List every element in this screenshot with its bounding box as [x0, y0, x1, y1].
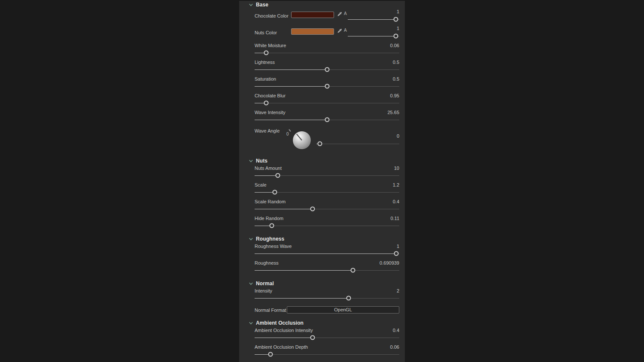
slider-handle[interactable] — [264, 51, 268, 55]
slider-handle[interactable] — [325, 84, 329, 89]
saturation-slider[interactable] — [255, 84, 399, 89]
hide-random-slider[interactable] — [255, 223, 399, 228]
ao-intensity-slider[interactable] — [255, 335, 399, 340]
slider-handle[interactable] — [268, 352, 273, 357]
scale-slider[interactable] — [255, 190, 399, 195]
slider-fill — [255, 120, 327, 120]
color-swatch[interactable] — [291, 28, 334, 35]
slider-handle[interactable] — [351, 268, 355, 273]
param-value: 2 — [397, 288, 399, 293]
slider-handle[interactable] — [325, 118, 329, 122]
chocolate-blur-slider[interactable] — [255, 101, 399, 106]
param-value: 0.4 — [393, 328, 399, 333]
param-label: Lightness — [255, 60, 275, 65]
eyedropper-icon[interactable] — [337, 12, 342, 17]
param-label: Nuts Amount — [255, 166, 282, 171]
chevron-down-icon[interactable] — [249, 3, 253, 7]
nuts-amount-slider[interactable] — [255, 173, 399, 178]
slider-handle[interactable] — [317, 142, 322, 146]
param-value: 0.06 — [390, 344, 399, 350]
slider-track — [316, 144, 399, 144]
slider-handle[interactable] — [264, 101, 268, 106]
roughness-slider[interactable] — [255, 268, 399, 273]
section-header-base[interactable]: Base — [239, 1, 405, 9]
param-value: 1 — [397, 9, 399, 14]
param-label: Chocolate Blur — [255, 93, 286, 98]
intensity-slider[interactable] — [255, 296, 399, 301]
slider-handle[interactable] — [275, 173, 280, 178]
section-header-ambient-occlusion[interactable]: Ambient Occlusion — [239, 319, 405, 327]
wave-angle-slider[interactable] — [316, 142, 399, 146]
param-row-intensity: Intensity 2 — [255, 287, 399, 304]
param-row-white-moisture: White Moisture 0.06 — [255, 42, 399, 59]
slider-fill — [255, 192, 275, 193]
param-label: Scale — [255, 182, 267, 187]
slider-handle[interactable] — [325, 67, 329, 72]
scale-random-slider[interactable] — [255, 207, 399, 211]
chevron-down-icon[interactable] — [249, 321, 253, 326]
slider-track — [255, 103, 399, 103]
param-value: 1 — [397, 26, 399, 31]
alpha-label: A — [344, 28, 347, 33]
param-row-nuts-amount: Nuts Amount 10 — [255, 165, 399, 181]
eyedropper-icon[interactable] — [337, 28, 342, 33]
wave-intensity-slider[interactable] — [255, 118, 399, 122]
chevron-down-icon[interactable] — [249, 237, 253, 241]
param-row-scale-random: Scale Random 0.4 — [255, 198, 399, 215]
param-value: 10 — [394, 166, 399, 171]
chevron-down-icon[interactable] — [249, 159, 253, 163]
knob-min-label: 0 — [286, 132, 289, 136]
param-value: 0.4 — [393, 199, 399, 204]
section-title: Roughness — [256, 236, 284, 242]
section-header-normal[interactable]: Normal — [239, 280, 405, 287]
normal-format-dropdown[interactable]: OpenGL — [287, 306, 399, 314]
slider-track — [255, 53, 399, 53]
slider-fill — [348, 36, 396, 36]
slider-fill — [255, 86, 327, 87]
param-value: 0.5 — [393, 60, 399, 65]
param-label: Saturation — [255, 76, 276, 81]
lightness-slider[interactable] — [255, 67, 399, 72]
slider-fill — [255, 209, 313, 209]
param-value: 1.2 — [393, 182, 399, 187]
slider-fill — [255, 175, 278, 176]
slider-handle[interactable] — [273, 190, 277, 195]
param-value: 25.65 — [387, 110, 399, 115]
param-value: 0.690939 — [380, 260, 399, 265]
slider-handle[interactable] — [393, 17, 398, 22]
param-label: White Moisture — [255, 43, 286, 48]
section-header-nuts[interactable]: Nuts — [239, 157, 405, 165]
chocolate-color-alpha-slider[interactable] — [348, 17, 399, 22]
slider-track — [255, 354, 399, 355]
nuts-color-alpha-slider[interactable] — [348, 34, 399, 39]
param-label: Intensity — [255, 288, 272, 293]
properties-panel: Base Chocolate Color A 1 Nuts Color A 1 … — [239, 1, 405, 362]
section-header-roughness[interactable]: Roughness — [239, 235, 405, 243]
section-title: Ambient Occlusion — [256, 320, 304, 326]
param-label: Nuts Color — [255, 30, 277, 35]
roughness-wave-slider[interactable] — [255, 251, 399, 256]
param-label: Chocolate Color — [255, 13, 289, 18]
param-value: 1 — [397, 244, 399, 249]
slider-track — [255, 226, 399, 226]
param-label: Wave Intensity — [255, 110, 286, 115]
param-label: Hide Random — [255, 216, 283, 221]
param-value: 0.5 — [393, 76, 399, 81]
slider-handle[interactable] — [310, 207, 315, 211]
slider-handle[interactable] — [393, 34, 398, 39]
param-row-nuts-color: Nuts Color A 1 — [255, 25, 399, 42]
param-label: Roughness — [255, 260, 279, 265]
slider-handle[interactable] — [394, 251, 399, 256]
wave-angle-knob[interactable] — [292, 131, 311, 150]
slider-handle[interactable] — [346, 296, 351, 301]
param-row-ao-intensity: Ambient Occlusion Intensity 0.4 — [255, 327, 399, 344]
color-swatch[interactable] — [291, 12, 334, 18]
param-row-scale: Scale 1.2 — [255, 181, 399, 198]
white-moisture-slider[interactable] — [255, 51, 399, 55]
ao-depth-slider[interactable] — [255, 352, 399, 357]
param-value: 0 — [397, 133, 399, 139]
slider-handle[interactable] — [310, 335, 315, 340]
chevron-down-icon[interactable] — [249, 281, 253, 286]
param-row-lightness: Lightness 0.5 — [255, 59, 399, 75]
slider-handle[interactable] — [270, 223, 274, 228]
